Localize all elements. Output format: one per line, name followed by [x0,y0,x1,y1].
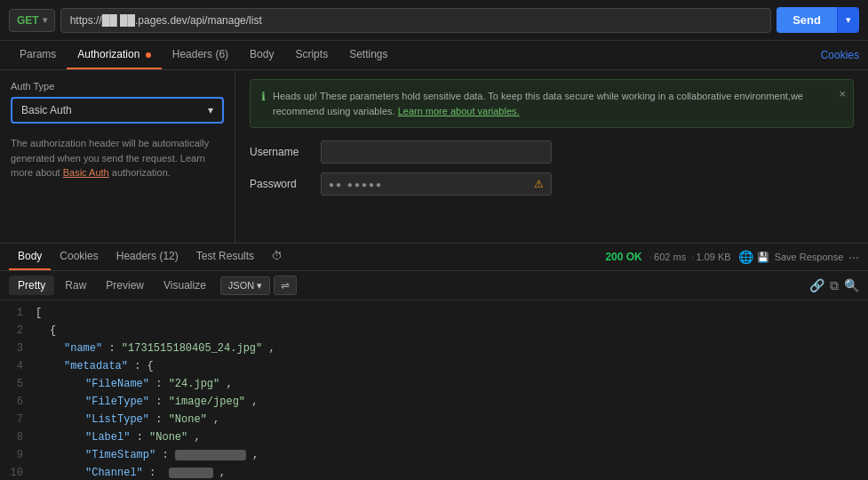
json-line-7: 7 "ListType" : "None" , [0,411,868,428]
json-line-1: 1 [ [0,304,868,322]
response-tabs-row: Body Cookies Headers (12) Test Results ⏱… [0,244,868,271]
link-icon[interactable]: 🔗 [809,278,824,292]
json-line-9: 9 "TimeStamp" : , [0,446,868,464]
json-line-5: 5 "FileName" : "24.jpg" , [0,375,868,393]
banner-close-button[interactable]: × [839,87,846,100]
authorization-dot [146,52,151,58]
response-size: 1.09 KB [697,252,731,262]
wrap-button[interactable]: ⇌ [274,276,297,295]
tab-settings[interactable]: Settings [338,41,398,69]
fmt-icons: 🔗 ⧉ 🔍 [809,278,859,293]
fmt-tab-raw[interactable]: Raw [56,276,95,295]
tab-authorization[interactable]: Authorization [67,41,161,69]
info-banner: ℹ Heads up! These parameters hold sensit… [250,79,854,128]
method-label: GET [17,14,39,27]
auth-note: The authorization header will be automat… [11,136,224,180]
json-line-10: 10 "Channel" : , [0,464,868,480]
variables-link[interactable]: Learn more about variables. [398,106,520,116]
tab-scripts[interactable]: Scripts [284,41,338,69]
send-btn-group: Send ▾ [776,7,859,33]
response-section: Body Cookies Headers (12) Test Results ⏱… [0,244,868,480]
resp-tab-headers[interactable]: Headers (12) [108,244,187,270]
json-line-3: 3 "name" : "1731515180405_24.jpg" , [0,340,868,357]
send-button[interactable]: Send [776,7,837,33]
more-options-button[interactable]: ··· [848,250,859,264]
resp-tab-cookies[interactable]: Cookies [51,244,107,270]
cookies-link[interactable]: Cookies [821,42,859,68]
right-panel: ℹ Heads up! These parameters hold sensit… [235,70,868,243]
response-status: 200 OK [605,251,641,263]
json-format-dropdown[interactable]: JSON ▾ [220,276,270,295]
fmt-tab-visualize[interactable]: Visualize [155,276,215,295]
json-line-6: 6 "FileType" : "image/jpeg" , [0,393,868,411]
password-dots: ●● ●●●●● [329,180,534,189]
left-panel: Auth Type Basic Auth ▾ The authorization… [0,70,235,243]
json-output: 1 [ 2 { 3 "name" : "1731515180405_24.jpg… [0,300,868,480]
auth-type-dropdown[interactable]: Basic Auth ▾ [11,97,224,124]
globe-icon: 🌐 [738,250,753,264]
password-label: Password [250,178,321,190]
username-row: Username [250,140,854,164]
json-line-8: 8 "Label" : "None" , [0,428,868,446]
json-format-label: JSON [228,280,254,291]
auth-chevron-icon: ▾ [208,104,213,116]
method-chevron: ▾ [43,15,47,25]
fmt-tab-pretty[interactable]: Pretty [9,276,54,295]
response-time: 602 ms [654,252,686,262]
url-bar: GET ▾ Send ▾ [0,0,868,41]
json-line-4: 4 "metadata" : { [0,357,868,375]
request-tabs: Params Authorization Headers (6) Body Sc… [0,41,868,70]
redacted-timestamp [175,450,246,460]
fmt-tab-preview[interactable]: Preview [97,276,153,295]
tab-params[interactable]: Params [9,41,67,69]
warning-icon: ⚠ [534,178,544,190]
search-icon[interactable]: 🔍 [844,278,859,292]
auth-content: Auth Type Basic Auth ▾ The authorization… [0,70,868,244]
password-field[interactable]: ●● ●●●●● ⚠ [321,172,552,196]
redacted-channel [169,468,213,478]
auth-type-label: Auth Type [11,81,224,92]
info-icon: ℹ [261,90,266,103]
history-icon[interactable]: ⏱ [263,244,291,270]
send-dropdown-button[interactable]: ▾ [837,7,859,33]
disk-icon: 💾 [757,252,769,263]
resp-tab-test-results[interactable]: Test Results [187,244,263,270]
basic-auth-link[interactable]: Basic Auth [63,167,109,178]
json-line-2: 2 { [0,322,868,340]
method-dropdown[interactable]: GET ▾ [9,9,55,32]
tab-body[interactable]: Body [239,41,284,69]
tab-headers[interactable]: Headers (6) [162,41,239,69]
info-text: Heads up! These parameters hold sensitiv… [273,89,842,118]
json-format-chevron: ▾ [257,280,262,292]
username-input[interactable] [321,140,552,164]
password-row: Password ●● ●●●●● ⚠ [250,172,854,196]
format-row: Pretty Raw Preview Visualize JSON ▾ ⇌ 🔗 … [0,271,868,300]
url-input[interactable] [60,8,772,33]
save-response-button[interactable]: Save Response [775,252,844,262]
resp-tab-body[interactable]: Body [9,244,51,270]
auth-type-value: Basic Auth [21,104,72,116]
copy-icon[interactable]: ⧉ [830,278,839,293]
username-label: Username [250,146,321,158]
